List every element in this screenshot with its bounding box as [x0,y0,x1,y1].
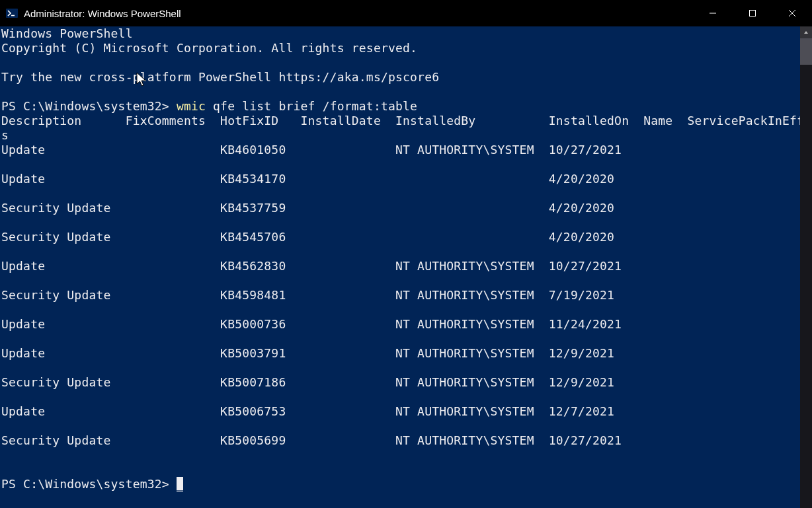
svg-rect-3 [750,11,756,17]
powershell-icon [5,7,19,20]
scrollbar-thumb[interactable] [800,38,812,65]
intro-line: Windows PowerShell [1,26,133,40]
maximize-button[interactable] [733,0,772,26]
command-rest: qfe list brief /format:table [206,99,417,113]
table-row: Update KB5000736 NT AUTHORITY\SYSTEM 11/… [1,317,800,331]
close-button[interactable] [772,0,812,26]
titlebar[interactable]: Administrator: Windows PowerShell [0,0,812,26]
table-row: Update KB4562830 NT AUTHORITY\SYSTEM 10/… [1,259,800,273]
table-row: Security Update KB5005699 NT AUTHORITY\S… [1,433,800,447]
table-row: Security Update KB5007186 NT AUTHORITY\S… [1,375,800,389]
table-row: Update KB5006753 NT AUTHORITY\SYSTEM 12/… [1,404,800,418]
scrollbar-arrow-up-icon[interactable] [800,26,812,38]
prompt: PS C:\Windows\system32> [1,99,177,113]
window-title: Administrator: Windows PowerShell [24,8,693,19]
table-row: Update KB4534170 4/20/2020 [1,172,800,186]
table-row: Security Update KB4537759 4/20/2020 [1,201,800,215]
terminal-output[interactable]: Windows PowerShell Copyright (C) Microso… [0,26,800,508]
table-row: Security Update KB4598481 NT AUTHORITY\S… [1,288,800,302]
intro-line: Try the new cross-platform PowerShell ht… [1,70,439,84]
minimize-button[interactable] [693,0,733,26]
scrollbar-track[interactable] [800,26,812,508]
table-row: Update KB4601050 NT AUTHORITY\SYSTEM 10/… [1,143,800,157]
svg-rect-0 [6,9,18,18]
prompt: PS C:\Windows\system32> [1,477,177,491]
intro-line: Copyright (C) Microsoft Corporation. All… [1,41,417,55]
table-header-wrap: s [1,128,9,142]
table-row: Security Update KB4545706 4/20/2020 [1,230,800,244]
table-row: Update KB5003791 NT AUTHORITY\SYSTEM 12/… [1,346,800,360]
input-caret[interactable]: _ [177,477,183,491]
table-header: Description FixComments HotFixID Install… [1,114,800,127]
command-highlight: wmic [177,99,206,113]
